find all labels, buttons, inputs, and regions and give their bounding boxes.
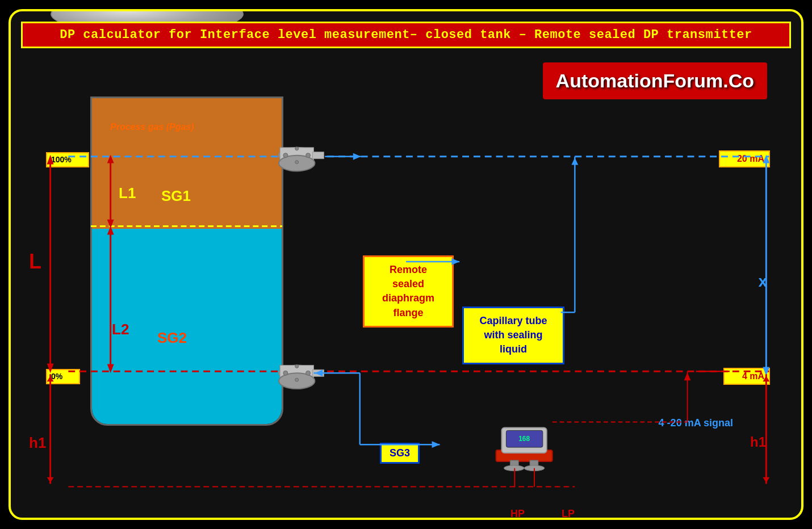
svg-rect-51 <box>501 427 546 453</box>
sg3-label: SG3 <box>380 443 420 464</box>
svg-marker-21 <box>763 477 769 483</box>
svg-point-42 <box>295 364 299 368</box>
svg-rect-29 <box>312 152 324 159</box>
tank-body <box>90 96 283 426</box>
svg-rect-44 <box>312 370 324 376</box>
title-bar: DP calculator for Interface level measur… <box>21 22 791 48</box>
svg-point-43 <box>295 378 299 381</box>
svg-point-24 <box>279 156 315 171</box>
svg-marker-46 <box>315 370 323 376</box>
svg-rect-55 <box>530 460 538 469</box>
svg-point-40 <box>283 371 288 375</box>
svg-rect-23 <box>280 148 313 163</box>
svg-point-41 <box>306 371 311 375</box>
label-h1-right: h1 <box>750 434 766 450</box>
tank-upper-layer <box>92 98 282 229</box>
label-h1-left: h1 <box>29 434 46 452</box>
logo-text: AutomationForum.Co <box>556 70 754 91</box>
remote-sealed-label: Remotesealeddiaphragmflange <box>363 255 454 328</box>
svg-point-27 <box>295 147 299 150</box>
svg-rect-54 <box>510 460 518 469</box>
svg-point-39 <box>279 373 315 389</box>
label-x: x <box>758 272 767 291</box>
svg-rect-38 <box>280 365 313 381</box>
pct-100-label: 100% <box>46 152 89 167</box>
label-SG1: SG1 <box>161 187 191 205</box>
label-L: L <box>29 250 41 274</box>
svg-point-56 <box>504 465 524 471</box>
svg-marker-60 <box>684 372 691 380</box>
svg-marker-31 <box>353 153 361 160</box>
label-L2: L2 <box>112 321 129 338</box>
hp-label: HP <box>510 508 525 520</box>
svg-marker-36 <box>571 158 578 165</box>
ma-4-label: 4 mA <box>723 368 770 385</box>
logo-box: AutomationForum.Co <box>543 62 767 99</box>
svg-text:168: 168 <box>518 435 530 443</box>
process-gas-label: Process gas (Pgas) <box>110 122 194 132</box>
capillary-tube-text: Capillary tubewith sealingliquid <box>479 315 547 355</box>
capillary-tube-label: Capillary tubewith sealingliquid <box>462 307 564 364</box>
ma-20-label: 20 mA <box>719 150 770 167</box>
svg-rect-52 <box>506 430 542 447</box>
svg-point-26 <box>306 153 311 158</box>
lp-label: LP <box>562 508 575 520</box>
signal-label: 4 -20 mA signal <box>659 417 733 429</box>
svg-marker-49 <box>432 441 440 448</box>
title-text: DP calculator for Interface level measur… <box>60 28 752 42</box>
pct-0-label: 0% <box>46 369 80 384</box>
svg-point-22 <box>279 148 315 163</box>
svg-marker-9 <box>47 477 54 483</box>
label-L1: L1 <box>119 184 136 202</box>
label-SG2: SG2 <box>157 329 187 347</box>
svg-rect-50 <box>496 450 553 461</box>
svg-point-28 <box>295 161 299 164</box>
svg-point-57 <box>524 465 545 471</box>
svg-point-37 <box>279 365 315 381</box>
main-frame: DP calculator for Interface level measur… <box>9 9 803 520</box>
remote-sealed-text: Remotesealeddiaphragmflange <box>382 264 434 318</box>
svg-point-25 <box>283 153 288 158</box>
